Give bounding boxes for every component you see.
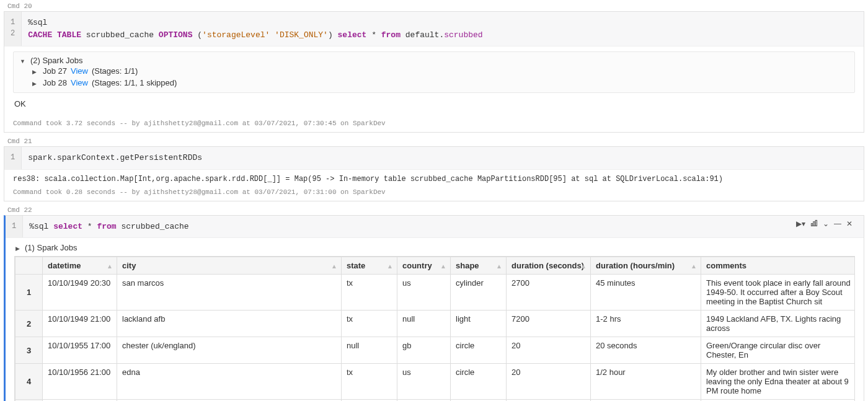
rownum-cell: 1 [16,275,43,311]
cell-datetime: 10/10/1955 17:00 [43,337,117,364]
sort-icon[interactable]: ▲ [496,262,502,269]
col-header-city[interactable]: city▲ [117,257,342,275]
output-area: (2) Spark Jobs Job 27 View (Stages: 1/1)… [4,46,864,117]
rownum-cell: 3 [16,337,43,364]
cell-state: tx [342,364,397,400]
cell-duration-hm: 1-2 hrs [591,311,701,337]
col-header-shape[interactable]: shape▲ [451,257,507,275]
code-text: default. [401,30,444,40]
code-str: 'DISK_ONLY' [275,30,328,40]
cell-city: lackland afb [117,311,342,337]
cell-state: tx [342,275,397,311]
sort-icon[interactable]: ▲ [580,262,587,269]
table-row[interactable]: 210/10/1949 21:00lackland afbtxnulllight… [16,311,856,337]
code-kw: select [53,222,82,231]
cell-cmd20: 12 %sql CACHE TABLE scrubbed_cache OPTIO… [4,11,864,133]
col-header-duration-hm[interactable]: duration (hours/min)▲ [591,257,701,275]
cell-city: san marcos [117,275,342,311]
output-area: (1) Spark Jobs [6,238,864,252]
job-stages: (Stages: 1/1) [92,66,138,76]
code-text: scrubbed [444,30,482,40]
minimize-button[interactable]: — [834,219,841,229]
line-gutter: 1 [4,147,22,169]
col-header-state[interactable]: state▲ [342,257,397,275]
table-row[interactable]: 110/10/1949 20:30san marcostxuscylinder2… [16,275,856,311]
table-row[interactable]: 410/10/1956 21:00ednatxuscircle201/2 hou… [16,364,856,400]
job-view-link[interactable]: View [71,66,88,76]
code-text: %sql [29,222,53,231]
code-text: * [366,30,381,40]
cell-comments: Green/Orange circular disc over Chester,… [701,337,856,364]
table-row[interactable]: 310/10/1955 17:00chester (uk/england)nul… [16,337,856,364]
code-block[interactable]: 12 %sql CACHE TABLE scrubbed_cache OPTIO… [4,12,864,46]
code-block[interactable]: 1 %sql select * from scrubbed_cache [6,216,864,239]
output-text: res38: scala.collection.Map[Int,org.apac… [4,170,864,186]
rownum-cell: 4 [16,364,43,400]
cell-duration-seconds: 2700 [507,275,591,311]
cell-datetime: 10/10/1949 20:30 [43,275,117,311]
cell-city: edna [117,364,342,400]
cell-cmd22: ▶▾ ⌄ — ✕ 1 %sql select * from scrubbed_c… [4,215,864,402]
sort-icon[interactable]: ▲ [387,262,393,269]
code-area[interactable]: %sql select * from scrubbed_cache [23,216,864,238]
spark-jobs-header[interactable]: (1) Spark Jobs [14,243,855,252]
svg-rect-0 [812,223,813,226]
col-header-datetime[interactable]: datetime▲ [43,257,117,275]
line-gutter: 1 [6,216,23,238]
cell-city: chester (uk/england) [117,337,342,364]
code-block[interactable]: 1 spark.sparkContext.getPersistentRDDs [4,147,864,170]
spark-jobs-header[interactable]: (2) Spark Jobs [20,56,848,65]
code-kw: from [381,30,401,40]
spark-jobs-section: (2) Spark Jobs Job 27 View (Stages: 1/1)… [13,51,855,93]
cell-duration-seconds: 20 [507,337,591,364]
code-text: scrubbed_cache [117,222,189,231]
code-kw: CACHE TABLE [28,30,81,40]
result-table: datetime▲ city▲ state▲ country▲ shape▲ d… [14,256,855,401]
spark-jobs-count: (2) Spark Jobs [30,56,83,65]
sort-icon[interactable]: ▲ [107,262,113,269]
job-view-link[interactable]: View [71,78,88,87]
cell-duration-seconds: 20 [507,364,591,400]
job-label: Job 28 [43,78,67,87]
cell-country: us [397,275,451,311]
line-gutter: 12 [4,12,22,46]
cell-comments: This event took place in early fall arou… [701,275,856,311]
job-label: Job 27 [43,66,67,76]
run-button[interactable]: ▶▾ [796,219,805,229]
close-button[interactable]: ✕ [846,219,852,229]
cell-country: gb [397,337,451,364]
code-line: %sql [28,18,47,27]
chevron-right-icon[interactable] [32,66,39,76]
cell-shape: light [451,311,507,337]
cmd-label: Cmd 20 [0,0,868,11]
sort-icon[interactable]: ▲ [331,262,337,269]
code-text: * [82,222,97,231]
cell-toolbar: ▶▾ ⌄ — ✕ [796,219,852,229]
code-kw: select [338,30,367,40]
code-area[interactable]: spark.sparkContext.getPersistentRDDs [22,147,864,169]
sort-icon[interactable]: ▲ [440,262,446,269]
code-area[interactable]: %sql CACHE TABLE scrubbed_cache OPTIONS … [22,12,864,46]
cell-duration-hm: 1/2 hour [591,364,701,400]
expand-toggle[interactable]: ⌄ [823,219,829,229]
cell-shape: circle [451,364,507,400]
cell-country: us [397,364,451,400]
code-text [270,30,275,40]
cell-country: null [397,311,451,337]
cmd-label: Cmd 22 [0,204,868,215]
cell-shape: circle [451,337,507,364]
rownum-header[interactable] [16,257,43,275]
chevron-right-icon[interactable] [32,78,39,87]
cell-comments: 1949 Lackland AFB, TX. Lights racing acr… [701,311,856,337]
job-stages: (Stages: 1/1, 1 skipped) [92,78,177,87]
cell-duration-hm: 45 minutes [591,275,701,311]
col-header-comments[interactable]: comments [701,257,856,275]
sort-icon[interactable]: ▲ [691,262,697,269]
cell-duration-hm: 20 seconds [591,337,701,364]
col-header-country[interactable]: country▲ [397,257,451,275]
code-text: ) [328,30,338,40]
chart-icon[interactable] [810,219,818,229]
cell-state: null [342,337,397,364]
col-header-duration-seconds[interactable]: duration (seconds)▲ [507,257,591,275]
code-text: scrubbed_cache [81,30,159,40]
